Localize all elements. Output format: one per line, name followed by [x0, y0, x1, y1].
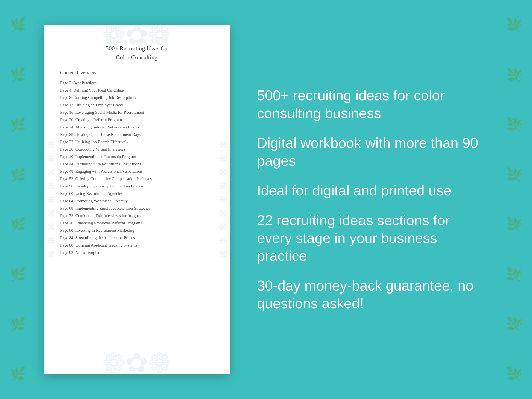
toc-item: Page 76: Enhancing Employee Referral Pro…: [60, 220, 213, 226]
floral-sprig-r8: 🌿: [506, 368, 522, 381]
floral-sprig-r1: 🌿: [506, 18, 522, 31]
toc-topic: Promoting Workplace Diversity: [75, 199, 128, 203]
toc-item: Page 48: Engaging with Professional Asso…: [60, 169, 213, 174]
toc-item: Page 60: Using Recruitment Agencies: [60, 191, 213, 196]
deco-left-side: ❋ ❋ ❋ ❋ ❋ ❋ ❋ ❋ ❋: [46, 139, 56, 260]
toc-topic: Creating a Referral Program: [75, 118, 122, 122]
toc-page-num: Page 44:: [60, 162, 74, 166]
toc-item: Page 64: Promoting Workplace Diversity: [60, 198, 213, 204]
toc-page-num: Page 24:: [60, 125, 74, 129]
deco-top: ❁✿❁: [102, 25, 171, 49]
toc-page-num: Page 52:: [60, 177, 74, 181]
toc-page-num: Page 64:: [60, 199, 74, 203]
toc-item: Page 24: Attending Industry Networking E…: [60, 124, 213, 130]
toc-item: Page 80: Investing in Recruitment Market…: [60, 228, 213, 233]
toc-item: Page 72: Conducting Exit Interviews for …: [60, 213, 213, 219]
toc-topic: Attending Industry Networking Events: [75, 125, 139, 129]
toc-topic: Implementing an Internship Program: [75, 154, 136, 159]
toc-topic: Utilizing Applicant Tracking Systems: [75, 243, 137, 247]
toc-item: Page 12: Building an Employer Brand: [60, 102, 213, 108]
toc-page-num: Page 76:: [60, 221, 74, 225]
toc-page-num: Page 2:: [60, 81, 72, 85]
toc-item: Page 68: Implementing Employee Retention…: [60, 206, 213, 211]
floral-sprig-5: 🌿: [10, 218, 26, 231]
feature-text-4: 22 recruiting ideas sections for every s…: [257, 212, 488, 265]
toc-item: Page 92: Notes Template: [60, 250, 213, 256]
toc-page-num: Page 20:: [60, 118, 74, 122]
toc-item: Page 4: Defining Your Ideal Candidate: [60, 87, 213, 93]
floral-sprig-2: 🌿: [10, 68, 26, 81]
toc-item: Page 20: Creating a Referral Program: [60, 117, 213, 123]
toc-page-num: Page 72:: [60, 213, 74, 218]
floral-sprig-r3: 🌿: [506, 118, 522, 131]
toc-page-num: Page 16:: [60, 110, 74, 115]
toc-topic: Implementing Employee Retention Strategi…: [75, 206, 150, 210]
toc-topic: Building an Employer Brand: [75, 103, 123, 107]
toc-topic: Investing in Recruitment Marketing: [75, 228, 134, 233]
toc-page-num: Page 92:: [60, 250, 74, 255]
toc-topic: Developing a Strong Onboarding Process: [75, 184, 144, 188]
toc-topic: Offering Competitive Compensation Packag…: [75, 177, 152, 181]
main-content: ❁✿❁ ❁✿❁ ❋ ❋ ❋ ❋ ❋ ❋ ❋ ❋ ❋ ❋ ❋ ❋ ❋ ❋ ❋ ❋ …: [0, 0, 532, 399]
deco-bottom: ❁✿❁: [102, 350, 171, 374]
toc-page-num: Page 4:: [60, 88, 72, 92]
toc-topic: Conducting Exit Interviews for Insights: [75, 213, 141, 218]
toc-page-num: Page 68:: [60, 206, 74, 210]
floral-sprig-8: 🌿: [10, 368, 26, 381]
toc-item: Page 2: Best Practices: [60, 80, 213, 86]
toc-topic: Hosting Open House Recruitment Days: [75, 132, 141, 137]
feature-text-5: 30-day money-back guarantee, no question…: [257, 277, 488, 312]
toc-page-num: Page 32:: [60, 140, 74, 144]
toc-page-num: Page 88:: [60, 243, 74, 247]
toc-page-num: Page 56:: [60, 184, 74, 188]
floral-sprig-r6: 🌿: [506, 268, 522, 281]
deco-right-side: ❋ ❋ ❋ ❋ ❋ ❋ ❋ ❋ ❋: [218, 139, 227, 260]
left-floral-border: 🌿 🌿 🌿 🌿 🌿 🌿 🌿 🌿: [0, 0, 36, 399]
floral-sprig-r4: 🌿: [506, 168, 522, 181]
feature-text-1: 500+ recruiting ideas for color consulti…: [257, 87, 488, 122]
toc-topic: Partnering with Educational Institutions: [75, 162, 141, 166]
feature-text-3: Ideal for digital and printed use: [257, 182, 488, 200]
toc-topic: Utilizing Job Boards Effectively: [75, 140, 128, 144]
toc-topic: Using Recruitment Agencies: [75, 191, 122, 196]
floral-sprig-7: 🌿: [10, 318, 26, 331]
toc-topic: Best Practices: [73, 81, 97, 85]
toc-item: Page 16: Leveraging Social Media for Rec…: [60, 110, 213, 115]
floral-sprig-4: 🌿: [10, 168, 26, 181]
floral-sprig-3: 🌿: [10, 118, 26, 131]
toc-item: Page 40: Implementing an Internship Prog…: [60, 154, 213, 160]
table-of-contents: Page 2: Best PracticesPage 4: Defining Y…: [60, 80, 213, 256]
right-floral-border: 🌿 🌿 🌿 🌿 🌿 🌿 🌿 🌿: [496, 0, 532, 399]
toc-page-num: Page 12:: [60, 103, 74, 107]
floral-sprig-r5: 🌿: [506, 218, 522, 231]
toc-item: Page 52: Offering Competitive Compensati…: [60, 176, 213, 182]
toc-page-num: Page 40:: [60, 154, 74, 159]
toc-topic: Crafting Compelling Job Descriptions: [73, 95, 136, 100]
toc-topic: Leveraging Social Media for Recruitment: [75, 110, 144, 115]
floral-sprig-1: 🌿: [10, 18, 26, 31]
toc-item: Page 44: Partnering with Educational Ins…: [60, 161, 213, 167]
toc-item: Page 36: Conducting Virtual Interviews: [60, 146, 213, 152]
toc-page-num: Page 8:: [60, 95, 72, 100]
feature-text-2: Digital workbook with more than 90 pages: [257, 134, 488, 170]
toc-topic: Engaging with Professional Associations: [75, 169, 142, 174]
toc-topic: Enhancing Employee Referral Programs: [75, 221, 142, 225]
toc-page-num: Page 60:: [60, 191, 74, 196]
workbook-preview: ❁✿❁ ❁✿❁ ❋ ❋ ❋ ❋ ❋ ❋ ❋ ❋ ❋ ❋ ❋ ❋ ❋ ❋ ❋ ❋ …: [44, 25, 230, 374]
toc-topic: Defining Your Ideal Candidate: [73, 88, 124, 92]
floral-sprig-6: 🌿: [10, 268, 26, 281]
toc-page-num: Page 84:: [60, 236, 74, 240]
toc-page-num: Page 48:: [60, 169, 74, 174]
toc-item: Page 28: Hosting Open House Recruitment …: [60, 132, 213, 137]
content-overview-label: Content Overview:: [60, 70, 213, 76]
toc-page-num: Page 80:: [60, 228, 74, 233]
toc-item: Page 56: Developing a Strong Onboarding …: [60, 183, 213, 189]
toc-item: Page 84: Streamlining the Application Pr…: [60, 235, 213, 241]
toc-page-num: Page 28:: [60, 132, 74, 137]
toc-topic: Streamlining the Application Process: [75, 236, 136, 240]
floral-sprig-r2: 🌿: [506, 68, 522, 81]
toc-topic: Conducting Virtual Interviews: [75, 147, 125, 151]
toc-page-num: Page 36:: [60, 147, 74, 151]
toc-item: Page 88: Utilizing Applicant Tracking Sy…: [60, 242, 213, 248]
toc-item: Page 32: Utilizing Job Boards Effectivel…: [60, 139, 213, 145]
